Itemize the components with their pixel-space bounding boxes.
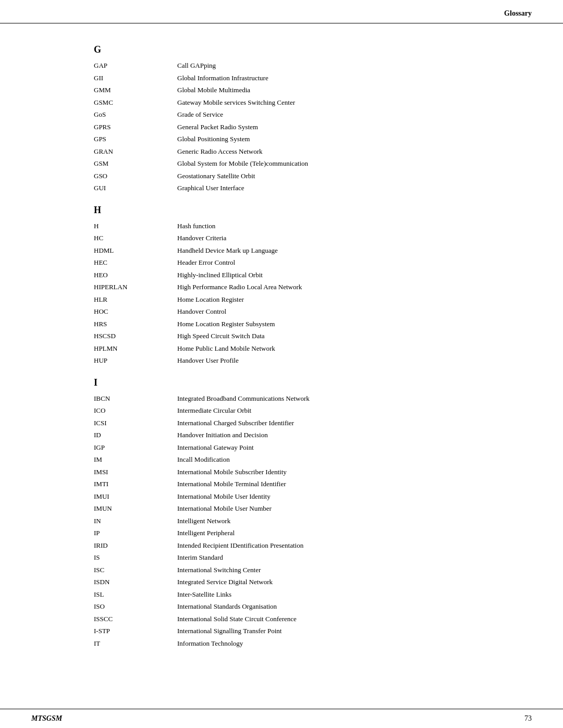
table-row: IMUIInternational Mobile User Identity [94,490,500,503]
definition: Home Location Register [177,293,500,306]
page-footer: MTSGSM 73 [0,709,563,728]
definition: Highly-inclined Elliptical Orbit [177,269,500,281]
table-row: ISInterim Standard [94,551,500,564]
definition: Incall Modification [177,453,500,466]
table-row: INIntelligent Network [94,515,500,527]
definition: Home Location Register Subsystem [177,318,500,330]
table-row: GoSGrade of Service [94,108,500,121]
table-row: HOCHandover Control [94,305,500,318]
definition: International Standards Organisation [177,600,500,613]
table-row: GSMCGateway Mobile services Switching Ce… [94,96,500,109]
abbreviation: GRAN [94,145,177,158]
definition: High Speed Circuit Switch Data [177,330,500,342]
abbreviation: GPS [94,133,177,145]
page: Glossary GGAPCall GAPpingGIIGlobal Infor… [0,0,563,728]
glossary-table-g: GAPCall GAPpingGIIGlobal Information Inf… [94,59,500,194]
definition: Handover User Profile [177,354,500,367]
table-row: IGPInternational Gateway Point [94,441,500,454]
content-area: GGAPCall GAPpingGIIGlobal Information In… [0,23,563,681]
definition: Interim Standard [177,551,500,564]
abbreviation: IGP [94,441,177,454]
table-row: IPIntelligent Peripheral [94,527,500,539]
definition: Intended Recipient IDentification Presen… [177,539,500,552]
table-row: GIIGlobal Information Infrastructure [94,72,500,84]
table-row: HUPHandover User Profile [94,354,500,367]
definition: Integrated Broadband Communications Netw… [177,392,500,405]
abbreviation: GAP [94,59,177,72]
definition: International Mobile Subscriber Identity [177,466,500,478]
abbreviation: HC [94,232,177,244]
definition: Intelligent Network [177,515,500,527]
definition: Global Information Infrastructure [177,72,500,84]
definition: International Mobile User Number [177,502,500,515]
definition: Header Error Control [177,256,500,269]
abbreviation: IN [94,515,177,527]
table-row: IMUNInternational Mobile User Number [94,502,500,515]
abbreviation: GUI [94,182,177,194]
abbreviation: HOC [94,305,177,318]
definition: Handheld Device Mark up Language [177,244,500,257]
definition: Graphical User Interface [177,182,500,194]
abbreviation: IMSI [94,466,177,478]
abbreviation: HIPERLAN [94,281,177,293]
definition: Generic Radio Access Network [177,145,500,158]
definition: International Mobile Terminal Identifier [177,478,500,490]
section-letter-i: I [94,377,500,388]
table-row: HHash function [94,220,500,232]
abbreviation: ISSCC [94,613,177,625]
definition: General Packet Radio System [177,121,500,133]
definition: Handover Control [177,305,500,318]
definition: International Signalling Transfer Point [177,625,500,637]
abbreviation: ID [94,429,177,441]
definition: Hash function [177,220,500,232]
table-row: GUIGraphical User Interface [94,182,500,194]
table-row: ICOIntermediate Circular Orbit [94,404,500,417]
abbreviation: GSM [94,157,177,170]
section-letter-h: H [94,205,500,216]
table-row: ICSIInternational Charged Subscriber Ide… [94,417,500,429]
table-row: HSCSDHigh Speed Circuit Switch Data [94,330,500,342]
definition: Inter-Satellite Links [177,588,500,601]
definition: International Switching Center [177,564,500,576]
glossary-table-i: IBCNIntegrated Broadband Communications … [94,392,500,650]
abbreviation: HSCSD [94,330,177,342]
abbreviation: ICSI [94,417,177,429]
definition: International Gateway Point [177,441,500,454]
table-row: IBCNIntegrated Broadband Communications … [94,392,500,405]
abbreviation: HUP [94,354,177,367]
table-row: GRANGeneric Radio Access Network [94,145,500,158]
definition: Integrated Service Digital Network [177,576,500,588]
table-row: HEOHighly-inclined Elliptical Orbit [94,269,500,281]
abbreviation: HEO [94,269,177,281]
table-row: ISOInternational Standards Organisation [94,600,500,613]
footer-page-number: 73 [524,714,532,723]
abbreviation: GSMC [94,96,177,109]
abbreviation: ISC [94,564,177,576]
definition: Global Mobile Multimedia [177,84,500,96]
table-row: HIPERLANHigh Performance Radio Local Are… [94,281,500,293]
definition: International Charged Subscriber Identif… [177,417,500,429]
table-row: GPSGlobal Positioning System [94,133,500,145]
definition: Intelligent Peripheral [177,527,500,539]
table-row: ISDNIntegrated Service Digital Network [94,576,500,588]
definition: Gateway Mobile services Switching Center [177,96,500,109]
abbreviation: HPLMN [94,342,177,355]
abbreviation: IM [94,453,177,466]
abbreviation: ISL [94,588,177,601]
abbreviation: GMM [94,84,177,96]
table-row: GAPCall GAPping [94,59,500,72]
glossary-table-h: HHash functionHCHandover CriteriaHDMLHan… [94,220,500,367]
definition: Home Public Land Mobile Network [177,342,500,355]
table-row: ISLInter-Satellite Links [94,588,500,601]
table-row: GPRSGeneral Packet Radio System [94,121,500,133]
section-letter-g: G [94,44,500,55]
footer-book-title: MTSGSM [31,714,62,723]
table-row: HCHandover Criteria [94,232,500,244]
abbreviation: IMTI [94,478,177,490]
table-row: IMSIInternational Mobile Subscriber Iden… [94,466,500,478]
abbreviation: HDML [94,244,177,257]
definition: International Mobile User Identity [177,490,500,503]
definition: Geostationary Satellite Orbit [177,170,500,182]
abbreviation: GII [94,72,177,84]
abbreviation: IMUI [94,490,177,503]
